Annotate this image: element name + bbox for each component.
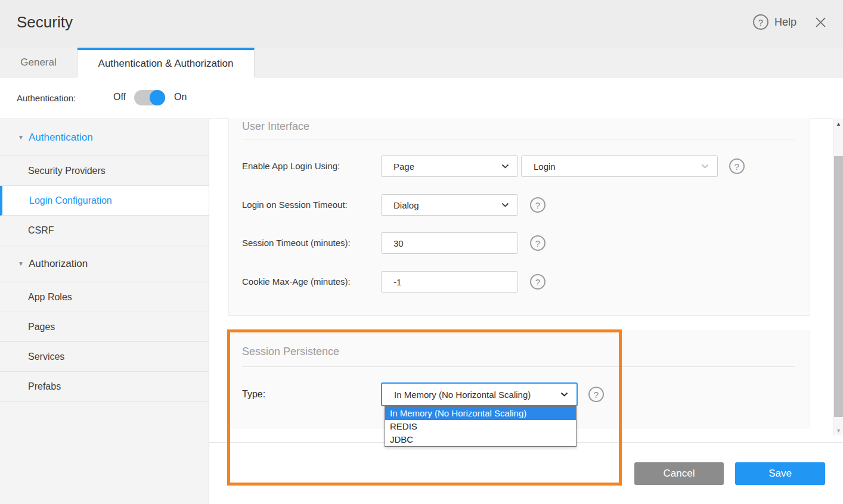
sidebar-item-pages[interactable]: Pages xyxy=(0,312,209,342)
sidebar-item-services[interactable]: Services xyxy=(0,342,209,372)
header-actions: ? Help xyxy=(753,14,827,30)
select-value: Page xyxy=(393,161,414,172)
section-divider xyxy=(242,139,795,139)
triangle-down-icon: ▼ xyxy=(18,134,24,141)
sidebar-group-label: Authorization xyxy=(29,258,88,270)
help-icon[interactable]: ? xyxy=(753,14,768,30)
field-label: Type: xyxy=(242,389,265,399)
settings-sidebar: ▼ Authentication Security Providers Logi… xyxy=(0,119,209,504)
tab-general[interactable]: General xyxy=(0,48,78,77)
authentication-label: Authentication: xyxy=(17,93,76,103)
dialog-header: Security ? Help xyxy=(0,0,843,48)
authentication-toggle[interactable] xyxy=(134,90,165,105)
form-row-type: Type: In Memory (No Horizontal Scaling) … xyxy=(242,382,796,406)
chevron-down-icon xyxy=(701,164,709,169)
scroll-down-arrow-icon[interactable]: ▼ xyxy=(833,425,843,435)
help-icon[interactable]: ? xyxy=(588,387,604,402)
select-value: Dialog xyxy=(393,200,419,210)
select-value: Login xyxy=(534,161,556,172)
section-divider xyxy=(242,366,795,367)
sidebar-item-prefabs[interactable]: Prefabs xyxy=(0,372,209,402)
section-heading: Session Persistence xyxy=(242,346,339,358)
sidebar-group-label: Authentication xyxy=(29,132,93,144)
dropdown-option-jdbc[interactable]: JDBC xyxy=(385,433,576,446)
authentication-toggle-row: Authentication: Off On xyxy=(0,77,843,119)
toggle-knob xyxy=(150,90,165,105)
chevron-down-icon xyxy=(501,203,509,207)
sidebar-group-authentication[interactable]: ▼ Authentication xyxy=(0,119,209,156)
sidebar-item-security-providers[interactable]: Security Providers xyxy=(0,156,209,186)
enable-app-login-select[interactable]: Page xyxy=(381,155,518,177)
help-label[interactable]: Help xyxy=(774,16,796,29)
user-interface-section: User Interface Enable App Login Using: P… xyxy=(228,119,810,316)
dropdown-option-redis[interactable]: REDIS xyxy=(385,420,576,433)
type-select-dropdown-list: In Memory (No Horizontal Scaling) REDIS … xyxy=(385,406,577,447)
login-page-select[interactable]: Login xyxy=(521,155,718,177)
login-on-session-timeout-select[interactable]: Dialog xyxy=(381,194,518,216)
vertical-scrollbar[interactable]: ▲ ▼ xyxy=(833,119,843,435)
tab-authentication-authorization[interactable]: Authentication & Authorization xyxy=(78,48,255,77)
help-icon[interactable]: ? xyxy=(530,197,546,213)
close-icon[interactable] xyxy=(813,15,827,29)
field-label: Cookie Max-Age (minutes): xyxy=(242,271,351,293)
section-heading: User Interface xyxy=(242,120,309,133)
field-label: Login on Session Timeout: xyxy=(242,194,348,216)
scrollbar-thumb[interactable] xyxy=(834,156,843,417)
cancel-button[interactable]: Cancel xyxy=(634,462,724,485)
toggle-off-label: Off xyxy=(113,92,126,102)
sidebar-item-login-configuration[interactable]: Login Configuration xyxy=(0,186,209,216)
scroll-up-arrow-icon[interactable]: ▲ xyxy=(833,119,843,129)
chevron-down-icon xyxy=(560,392,568,397)
sidebar-group-authorization[interactable]: ▼ Authorization xyxy=(0,245,209,282)
form-row-session-timeout: Session Timeout (minutes): ? xyxy=(242,232,796,254)
cookie-max-age-input[interactable] xyxy=(381,271,518,293)
select-value: In Memory (No Horizontal Scaling) xyxy=(394,390,531,400)
help-icon[interactable]: ? xyxy=(729,158,745,174)
sidebar-item-app-roles[interactable]: App Roles xyxy=(0,282,209,312)
toggle-on-label: On xyxy=(174,92,187,102)
form-row-enable-app-login: Enable App Login Using: Page Login ? xyxy=(242,155,796,177)
field-label: Session Timeout (minutes): xyxy=(242,232,351,254)
form-row-cookie-max-age: Cookie Max-Age (minutes): ? xyxy=(242,271,796,293)
security-dialog: Security ? Help General Authentication &… xyxy=(0,0,843,504)
dropdown-option-in-memory[interactable]: In Memory (No Horizontal Scaling) xyxy=(385,407,576,420)
help-icon[interactable]: ? xyxy=(530,274,546,290)
save-button[interactable]: Save xyxy=(735,462,825,485)
triangle-down-icon: ▼ xyxy=(18,260,24,267)
field-label: Enable App Login Using: xyxy=(242,155,340,177)
chevron-down-icon xyxy=(501,164,509,169)
page-title: Security xyxy=(17,13,73,32)
help-icon[interactable]: ? xyxy=(530,235,546,251)
tab-bar: General Authentication & Authorization xyxy=(0,48,843,77)
sidebar-item-csrf[interactable]: CSRF xyxy=(0,216,209,245)
session-persistence-type-select[interactable]: In Memory (No Horizontal Scaling) xyxy=(381,382,578,406)
session-timeout-input[interactable] xyxy=(381,232,518,254)
form-row-login-on-timeout: Login on Session Timeout: Dialog ? xyxy=(242,194,796,216)
